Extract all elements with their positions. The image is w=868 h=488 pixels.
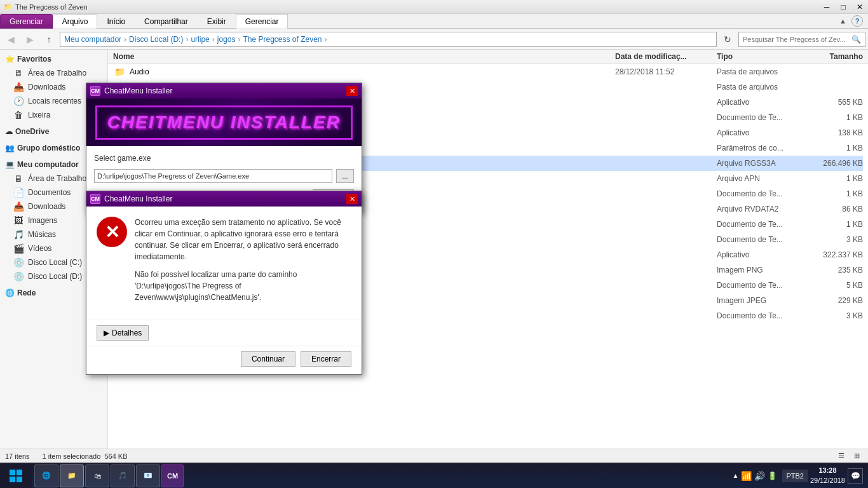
chevron-up-icon[interactable]: ▲ (733, 472, 739, 479)
clock-time: 13:28 (810, 466, 845, 475)
action-center-icon[interactable]: 💬 (848, 468, 863, 484)
dialog-overlay: CM CheatMenu Installer ✕ CHEITMENU INSTA… (0, 0, 868, 463)
cheatmenu-logo: CHEITMENU INSTALLER (95, 105, 353, 140)
taskbar-item-cm[interactable]: CM (161, 464, 184, 487)
taskbar-cm-label: CM (167, 472, 178, 480)
details-button[interactable]: ▶ Detalhes (97, 325, 149, 341)
network-status-icon: 📶 (741, 471, 752, 481)
taskbar-notifications: ▲ 📶 🔊 🔋 (730, 471, 780, 481)
start-button[interactable] (0, 463, 32, 489)
error-title-label: CheatMenu Installer (104, 194, 172, 203)
clock-date: 29/12/2018 (810, 476, 845, 485)
taskbar-item-store[interactable]: 🛍 (85, 464, 109, 487)
error-details-row: ▶ Detalhes (86, 320, 362, 346)
taskbar-ie-icon: 🌐 (40, 470, 53, 482)
taskbar-item-explorer2[interactable]: 📁 (60, 464, 84, 487)
continue-button[interactable]: Continuar (241, 351, 295, 367)
cheatmenu-close-button[interactable]: ✕ (346, 86, 358, 96)
game-path-input[interactable] (94, 169, 332, 183)
taskbar-language[interactable]: PTB2 (782, 470, 808, 482)
terminate-button[interactable]: Encerrar (301, 351, 351, 367)
taskbar-items: 🌐 📁 🛍 🎵 📧 CM (32, 463, 725, 489)
error-title-bar: CM CheatMenu Installer ✕ (86, 191, 362, 207)
taskbar-explorer-icon: 📁 (65, 470, 78, 482)
error-message1: Ocorreu uma exceção sem tratamento no ap… (135, 217, 351, 262)
cheatmenu-title-icon: CM (90, 86, 100, 96)
error-title-icon: CM (90, 194, 100, 204)
svg-rect-1 (17, 470, 22, 475)
taskbar-item-app1[interactable]: 📧 (136, 464, 160, 487)
cheatmenu-title-label: CheatMenu Installer (104, 86, 172, 95)
taskbar-right: ▲ 📶 🔊 🔋 PTB2 13:28 29/12/2018 💬 (725, 466, 868, 485)
error-buttons: Continuar Encerrar (86, 346, 362, 374)
svg-rect-3 (17, 477, 22, 482)
error-text: Ocorreu uma exceção sem tratamento no ap… (135, 217, 351, 309)
cheatmenu-title-bar: CM CheatMenu Installer ✕ (86, 83, 362, 98)
svg-rect-2 (10, 477, 15, 482)
error-body: ✕ Ocorreu uma exceção sem tratamento no … (86, 207, 362, 320)
game-select-field: Select game.exe (94, 154, 354, 163)
svg-rect-0 (10, 470, 15, 475)
taskbar: 🌐 📁 🛍 🎵 📧 CM ▲ 📶 🔊 🔋 PTB2 13:28 29 (0, 463, 868, 488)
game-path-field: ... (94, 169, 354, 183)
error-dialog: CM CheatMenu Installer ✕ ✕ Ocorreu uma e… (86, 191, 362, 375)
taskbar-item-media[interactable]: 🎵 (111, 464, 135, 487)
taskbar-app1-icon: 📧 (142, 470, 154, 482)
volume-icon[interactable]: 🔊 (754, 471, 765, 481)
error-icon: ✕ (97, 217, 127, 247)
error-message2: Não foi possível localizar uma parte do … (135, 269, 351, 303)
taskbar-store-icon: 🛍 (91, 470, 104, 482)
browse-button[interactable]: ... (336, 169, 354, 183)
details-chevron-icon: ▶ (104, 329, 109, 337)
taskbar-clock[interactable]: 13:28 29/12/2018 (810, 466, 845, 485)
cheatmenu-header-image: CHEITMENU INSTALLER (86, 98, 362, 146)
battery-icon: 🔋 (768, 471, 777, 480)
taskbar-item-explorer[interactable]: 🌐 (34, 464, 58, 487)
taskbar-media-icon: 🎵 (116, 470, 129, 482)
error-close-button[interactable]: ✕ (346, 194, 358, 204)
select-label: Select game.exe (94, 154, 151, 163)
